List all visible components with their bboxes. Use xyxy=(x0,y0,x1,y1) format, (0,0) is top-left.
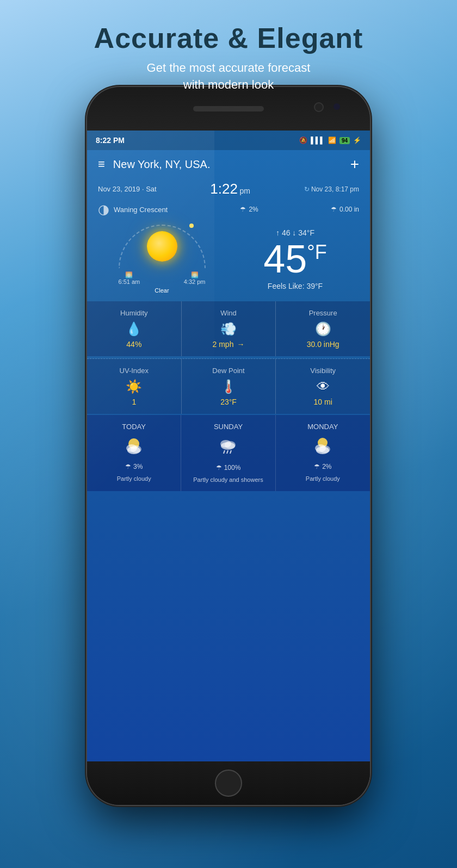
umbrella2-icon: ☂ xyxy=(331,206,337,213)
sun-icon xyxy=(147,231,177,262)
low-arrow: ↓ xyxy=(292,228,296,237)
svg-line-7 xyxy=(224,450,225,454)
mute-icon: 🔕 xyxy=(299,137,307,144)
humidity-value: 44% xyxy=(92,340,176,349)
uv-icon: ☀️ xyxy=(92,379,176,394)
phone-screen: 8:22 PM 🔕 ▌▌▌ 📶 94 ⚡ ≡ New York, NY, USA… xyxy=(87,131,370,761)
phone-speaker xyxy=(193,106,264,111)
dew-label: Dew Point xyxy=(187,367,270,375)
sun-position-dot xyxy=(189,224,194,228)
promo-subtitle: Get the most accurate forecastwith moder… xyxy=(0,60,457,94)
phone-top-bezel xyxy=(87,87,370,131)
condition-label: Clear xyxy=(98,287,226,294)
forecast-sunday-rain: ☂ 100% xyxy=(186,464,270,472)
sunset-time: 🌅 4:32 pm xyxy=(184,271,206,285)
uv-label: UV-Index xyxy=(92,367,176,375)
svg-line-9 xyxy=(230,450,231,454)
forecast-monday-day: MONDAY xyxy=(280,423,366,431)
humidity-stat: Humidity 💧 44% xyxy=(87,301,181,356)
home-button[interactable] xyxy=(215,770,242,797)
wind-value: 2 mph → xyxy=(187,340,270,349)
forecast-sunday-icon xyxy=(186,436,270,460)
time-display: 1:22 pm xyxy=(210,181,250,197)
moon-section: ◑ Waning Crescent xyxy=(98,202,168,217)
sun-section: 🌅 6:51 am 🌅 4:32 pm Clear xyxy=(98,225,226,294)
phone-bottom-bezel xyxy=(87,761,370,805)
visibility-value: 10 mi xyxy=(281,398,365,406)
temp-unit: °F xyxy=(307,241,326,263)
forecast-today-icon xyxy=(91,436,176,458)
forecast-sunday: SUNDAY ☂ 100% Partly cloudy and show xyxy=(181,415,275,491)
low-temp: 34°F xyxy=(298,228,314,237)
uv-stat: UV-Index ☀️ 1 xyxy=(87,359,181,414)
sun-arc xyxy=(119,225,206,268)
svg-point-3 xyxy=(127,447,140,454)
umbrella-forecast3-icon: ☂ xyxy=(314,463,320,470)
pressure-label: Pressure xyxy=(281,309,365,317)
humidity-label: Humidity xyxy=(92,309,176,317)
promo-title: Accurate & Elegant xyxy=(0,22,457,54)
stats-grid-top: Humidity 💧 44% Wind 💨 2 mph → Pressure 🕐… xyxy=(87,301,370,356)
sunset-icon: 🌅 xyxy=(191,271,199,278)
forecast-today: TODAY ☂ 3% Partly cloudy xyxy=(87,415,181,491)
forecast-monday-rain: ☂ 2% xyxy=(280,463,366,470)
pressure-stat: Pressure 🕐 30.0 inHg xyxy=(276,301,370,356)
wind-icon: 💨 xyxy=(187,321,270,337)
wind-stat: Wind 💨 2 mph → xyxy=(182,301,276,356)
phone-camera xyxy=(314,102,324,112)
feels-like: Feels Like: 39°F xyxy=(231,282,359,290)
pressure-icon: 🕐 xyxy=(281,321,365,337)
forecast-sunday-desc: Partly cloudy and showers xyxy=(186,476,270,483)
menu-button[interactable]: ≡ xyxy=(98,157,105,171)
forecast-today-desc: Partly cloudy xyxy=(91,475,176,482)
umbrella-icon: ☂ xyxy=(240,206,246,213)
signal-icon: ▌▌▌ xyxy=(311,137,325,144)
humidity-icon: 💧 xyxy=(92,321,176,337)
pressure-value: 30.0 inHg xyxy=(281,340,365,349)
svg-point-13 xyxy=(316,447,329,454)
wind-direction-arrow: → xyxy=(237,340,244,349)
status-icons: 🔕 ▌▌▌ 📶 94 ⚡ xyxy=(299,137,361,144)
temperature-section: ↑ 46 ↓ 34°F 45°F Feels Like: 39°F xyxy=(231,228,359,290)
add-location-button[interactable]: + xyxy=(350,156,359,173)
stats-grid-bottom: UV-Index ☀️ 1 Dew Point 🌡️ 23°F Visibili… xyxy=(87,359,370,414)
status-time: 8:22 PM xyxy=(96,136,125,145)
phone-sensor xyxy=(334,103,340,110)
date-time-row: Nov 23, 2019 · Sat 1:22 pm ↻ Nov 23, 8:1… xyxy=(87,178,370,200)
city-name: New York, NY, USA. xyxy=(113,158,350,171)
dew-icon: 🌡️ xyxy=(187,379,270,394)
refresh-icon: ↻ xyxy=(304,185,310,193)
nav-bar: ≡ New York, NY, USA. + xyxy=(87,150,370,178)
sun-rise-set: 🌅 6:51 am 🌅 4:32 pm xyxy=(119,271,206,285)
date-display: Nov 23, 2019 · Sat xyxy=(98,185,157,193)
wind-label: Wind xyxy=(187,309,270,317)
status-bar: 8:22 PM 🔕 ▌▌▌ 📶 94 ⚡ xyxy=(87,131,370,150)
forecast-monday-icon xyxy=(280,436,366,458)
current-temp: 45°F xyxy=(231,239,359,278)
rain-amount: 0.00 in xyxy=(339,206,359,213)
svg-point-6 xyxy=(221,442,235,450)
weather-main: 🌅 6:51 am 🌅 4:32 pm Clear ↑ 46 ↓ 34°F xyxy=(87,219,370,299)
moon-rain-row: ◑ Waning Crescent ☂ 2% ☂ 0.00 in xyxy=(87,200,370,219)
visibility-icon: 👁 xyxy=(281,379,365,394)
svg-line-8 xyxy=(227,450,228,454)
visibility-label: Visibility xyxy=(281,367,365,375)
umbrella-forecast-icon: ☂ xyxy=(125,463,131,470)
forecast-monday: MONDAY ☂ 2% Partly cloudy xyxy=(276,415,370,491)
rain-chance-section: ☂ 2% xyxy=(240,206,258,213)
forecast-row: TODAY ☂ 3% Partly cloudy SUNDAY xyxy=(87,415,370,491)
forecast-today-rain: ☂ 3% xyxy=(91,463,176,470)
umbrella-forecast2-icon: ☂ xyxy=(216,464,222,472)
updated-time: ↻ Nov 23, 8:17 pm xyxy=(304,185,359,193)
visibility-stat: Visibility 👁 10 mi xyxy=(276,359,370,414)
high-arrow: ↑ xyxy=(276,228,280,237)
moon-icon: ◑ xyxy=(98,202,109,217)
dew-value: 23°F xyxy=(187,398,270,406)
phone-shell: 8:22 PM 🔕 ▌▌▌ 📶 94 ⚡ ≡ New York, NY, USA… xyxy=(87,87,370,805)
charging-icon: ⚡ xyxy=(353,137,361,144)
high-temp: 46 xyxy=(282,228,291,237)
forecast-sunday-day: SUNDAY xyxy=(186,423,270,431)
promo-header: Accurate & Elegant Get the most accurate… xyxy=(0,22,457,94)
forecast-today-day: TODAY xyxy=(91,423,176,431)
high-low-temp: ↑ 46 ↓ 34°F xyxy=(231,228,359,237)
